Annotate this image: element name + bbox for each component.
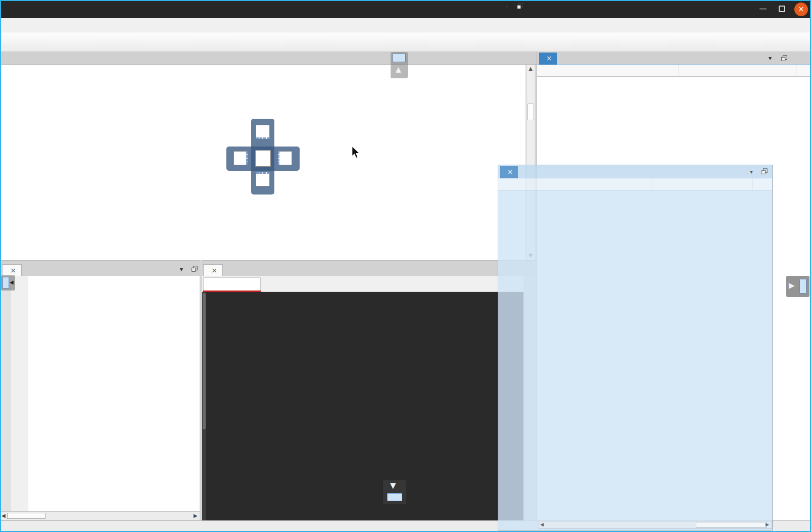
mouse-cursor	[351, 146, 361, 162]
tab-grammar-definition-code[interactable]: ×	[2, 264, 22, 276]
panel-float-icon[interactable]	[191, 265, 198, 274]
dock-indicator-center	[226, 118, 300, 199]
tab-zoom[interactable]: ×	[203, 264, 223, 276]
code-horizontal-scrollbar[interactable]: ◀ ▶	[0, 511, 200, 520]
buffer-subtab-bar	[202, 276, 523, 292]
scrollbar-thumb[interactable]	[527, 104, 534, 120]
close-icon[interactable]: ×	[211, 266, 217, 274]
scroll-left-icon[interactable]: ◀	[2, 513, 6, 518]
document-tab-bar	[0, 52, 537, 65]
dock-indicator-bottom: ▼	[383, 480, 406, 504]
scroll-right-icon[interactable]: ▶	[766, 522, 769, 527]
line-number-gutter	[11, 276, 28, 511]
drop-bottom	[256, 172, 270, 186]
tab-grammar-parse-result[interactable]: ×	[539, 53, 557, 65]
dock-indicator-right: ▶	[786, 276, 809, 297]
dragged-tab-ghost	[393, 54, 406, 62]
drop-left	[233, 151, 248, 165]
bottom-dock-strip: × ▾ ×	[0, 260, 537, 276]
drop-center	[255, 150, 271, 167]
floating-horizontal-scrollbar[interactable]: ◀ ▶	[539, 521, 772, 529]
dock-indicator-left: ◀	[1, 275, 15, 291]
close-icon[interactable]: ×	[507, 168, 513, 176]
scroll-right-icon[interactable]: ▶	[194, 513, 198, 518]
scrollbar-thumb[interactable]	[7, 513, 45, 519]
scroll-left-icon[interactable]: ◀	[540, 522, 544, 527]
panel-menu-icon[interactable]: ▾	[750, 168, 753, 175]
maximize-button[interactable]	[779, 6, 785, 12]
tree-column-header[interactable]	[537, 65, 811, 77]
hex-view[interactable]	[202, 292, 523, 520]
floating-grammar-parse-result-window[interactable]: × ▾ ◀ ▶	[498, 165, 773, 530]
panel-float-icon[interactable]	[761, 168, 768, 176]
float-area-icon[interactable]	[516, 2, 523, 12]
tab-grammar-parse-result[interactable]: ×	[500, 166, 518, 178]
close-button[interactable]: ×	[794, 3, 808, 16]
panel-float-icon[interactable]	[781, 55, 788, 63]
scroll-up-icon[interactable]: ▲	[527, 66, 535, 71]
minimize-button[interactable]: —	[757, 3, 769, 15]
code-editor[interactable]	[0, 276, 200, 511]
menu-bar	[0, 18, 811, 32]
close-icon[interactable]: ×	[546, 54, 552, 62]
drop-right	[278, 151, 292, 165]
dock-indicator-top: ▲	[391, 52, 408, 78]
close-icon[interactable]: ×	[10, 266, 16, 274]
tree-column-header[interactable]	[498, 178, 772, 190]
tab-list-dropdown-icon[interactable]: ▾	[505, 3, 508, 10]
hex-vertical-scrollbar[interactable]	[202, 292, 206, 520]
title-bar: — ×	[0, 0, 811, 18]
tab-raw-buffer[interactable]	[203, 277, 261, 292]
panel-menu-icon[interactable]: ▾	[769, 55, 772, 62]
scrollbar-thumb[interactable]	[203, 293, 206, 429]
drop-top	[256, 125, 270, 139]
grammar-tree[interactable]	[498, 190, 772, 520]
panel-menu-icon[interactable]: ▾	[180, 266, 183, 273]
scrollbar-thumb[interactable]	[696, 522, 767, 528]
panel-tab-strip: × ▾	[537, 52, 811, 65]
fold-margin	[0, 276, 11, 511]
toolbar	[0, 32, 811, 52]
floating-title-bar[interactable]: × ▾	[498, 165, 772, 178]
